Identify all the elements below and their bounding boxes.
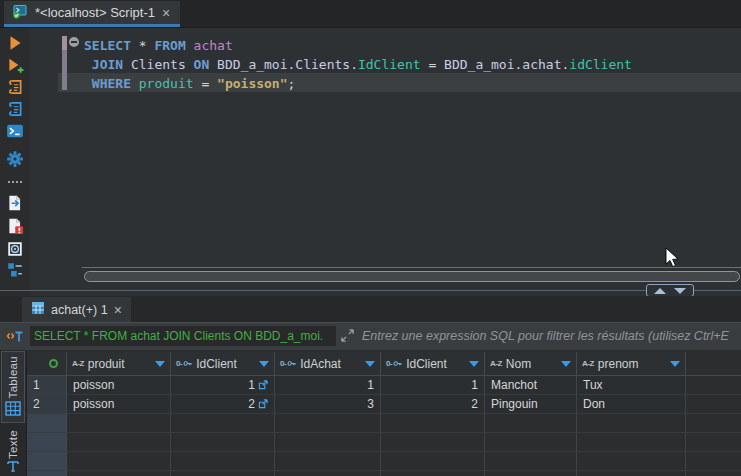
cell-nom[interactable]: Pingouin (485, 395, 577, 414)
column-header-idclient[interactable]: 0-IdClient (381, 352, 485, 376)
sql-code[interactable]: SELECT * FROM achat JOIN Clients ON BDD_… (84, 36, 632, 93)
editor-toolbar (0, 28, 30, 296)
empty-cell[interactable] (485, 433, 577, 452)
empty-cell[interactable] (67, 471, 171, 476)
column-header-idclient[interactable]: 0-IdClient (171, 352, 275, 376)
outline-button[interactable] (6, 261, 24, 279)
sort-dropdown-icon[interactable] (155, 361, 165, 367)
empty-cell[interactable] (275, 471, 381, 476)
cell-idclient[interactable]: 1 (171, 376, 275, 395)
column-header-prenom[interactable]: A-Zprenom (577, 352, 686, 376)
code-line[interactable]: SELECT * FROM achat (84, 36, 632, 55)
cell-idclient[interactable]: 2 (171, 395, 275, 414)
numeric-type-icon: 0- (176, 359, 182, 368)
string-type-icon: A-Z (72, 359, 84, 368)
export-result-button[interactable] (6, 194, 24, 212)
empty-cell[interactable] (67, 433, 171, 452)
empty-cell[interactable] (577, 452, 686, 471)
row-number-cell[interactable]: 2 (27, 395, 67, 414)
validate-script-button[interactable] (6, 217, 24, 235)
cell-idachat[interactable]: 1 (275, 376, 381, 395)
editor-tab-close-icon[interactable]: × (162, 6, 170, 20)
sash-collapse-up-icon[interactable] (654, 288, 666, 294)
column-header-nom[interactable]: A-ZNom (485, 352, 577, 376)
empty-cell[interactable] (381, 471, 485, 476)
filter-query-text[interactable]: SELECT * FROM achat JOIN Clients ON BDD_… (30, 326, 336, 346)
cell-nom[interactable]: Manchot (485, 376, 577, 395)
cell-idclient[interactable]: 1 (381, 376, 485, 395)
empty-cell[interactable] (577, 414, 686, 433)
cell-value: Manchot (491, 378, 537, 392)
column-header-produit[interactable]: A-Zproduit (67, 352, 171, 376)
presentation-tab-tableau[interactable]: Tableau (1, 351, 25, 423)
empty-cell[interactable] (275, 414, 381, 433)
sql-editor[interactable]: SELECT * FROM achat JOIN Clients ON BDD_… (0, 28, 741, 296)
string-type-icon: A-Z (582, 359, 594, 368)
sql-script-icon (12, 3, 28, 23)
row-filler (686, 452, 741, 471)
green-ring-icon (49, 359, 58, 368)
expand-icon[interactable] (340, 328, 355, 347)
empty-cell[interactable] (577, 471, 686, 476)
sql-console-button[interactable] (6, 122, 24, 140)
row-filler (686, 433, 741, 452)
results-grid: A-Zproduit0-IdClient0-IdAchat0-IdClientA… (26, 352, 741, 476)
grid-corner-cell[interactable] (27, 352, 67, 376)
cell-prenom[interactable]: Don (577, 395, 686, 414)
cell-prenom[interactable]: Tux (577, 376, 686, 395)
empty-cell[interactable] (67, 414, 171, 433)
table-row: 2poisson232PingouinDon (27, 395, 741, 414)
row-number-cell[interactable] (27, 452, 67, 471)
execute-script-button[interactable] (6, 78, 24, 96)
explain-plan-button[interactable] (6, 100, 24, 118)
cell-idclient[interactable]: 2 (381, 395, 485, 414)
editor-tab[interactable]: *<localhost> Script-1 × (4, 1, 180, 27)
sash-collapse-down-icon[interactable] (674, 288, 686, 294)
empty-cell[interactable] (485, 471, 577, 476)
settings-gear-button[interactable] (6, 150, 24, 168)
horizontal-scrollbar[interactable] (84, 271, 740, 282)
sort-dropdown-icon[interactable] (365, 361, 375, 367)
empty-cell[interactable] (381, 414, 485, 433)
results-tab-close-icon[interactable]: × (114, 303, 122, 317)
execute-new-tab-button[interactable] (6, 57, 24, 75)
execute-statement-button[interactable] (6, 34, 24, 52)
sort-dropdown-icon[interactable] (561, 361, 571, 367)
change-indicator-bar (62, 50, 67, 90)
row-number-cell[interactable] (27, 414, 67, 433)
empty-cell[interactable] (381, 452, 485, 471)
filter-input-placeholder[interactable]: Entrez une expression SQL pour filtrer l… (362, 323, 741, 350)
sort-dropdown-icon[interactable] (469, 361, 479, 367)
row-number-cell[interactable]: 1 (27, 376, 67, 395)
foreign-key-link-icon[interactable] (258, 399, 268, 409)
code-line[interactable]: JOIN Clients ON BDD_a_moi.Clients.IdClie… (84, 55, 632, 74)
fold-collapse-icon[interactable] (69, 37, 79, 47)
empty-cell[interactable] (381, 433, 485, 452)
cell-idachat[interactable]: 3 (275, 395, 381, 414)
code-line[interactable]: WHERE produit = "poisson"; (84, 74, 632, 93)
row-number-cell[interactable] (27, 471, 67, 476)
cell-value: poisson (73, 397, 114, 411)
sort-dropdown-icon[interactable] (670, 361, 680, 367)
cell-produit[interactable]: poisson (67, 376, 171, 395)
empty-cell[interactable] (485, 414, 577, 433)
empty-cell[interactable] (171, 452, 275, 471)
cell-produit[interactable]: poisson (67, 395, 171, 414)
empty-cell[interactable] (485, 452, 577, 471)
foreign-key-link-icon[interactable] (258, 380, 268, 390)
empty-cell[interactable] (275, 433, 381, 452)
column-header-idachat[interactable]: 0-IdAchat (275, 352, 381, 376)
table-icon (31, 301, 45, 319)
presentation-tab-texte[interactable]: Texte (1, 426, 25, 476)
empty-cell[interactable] (171, 433, 275, 452)
empty-cell[interactable] (171, 471, 275, 476)
empty-cell[interactable] (577, 433, 686, 452)
empty-cell[interactable] (171, 414, 275, 433)
empty-cell[interactable] (275, 452, 381, 471)
empty-cell[interactable] (67, 452, 171, 471)
results-tab[interactable]: achat(+) 1 × (22, 297, 131, 322)
sort-dropdown-icon[interactable] (259, 361, 269, 367)
row-number-cell[interactable] (27, 433, 67, 452)
results-tab-bar: achat(+) 1 × (0, 296, 741, 322)
save-file-button[interactable] (6, 240, 24, 258)
